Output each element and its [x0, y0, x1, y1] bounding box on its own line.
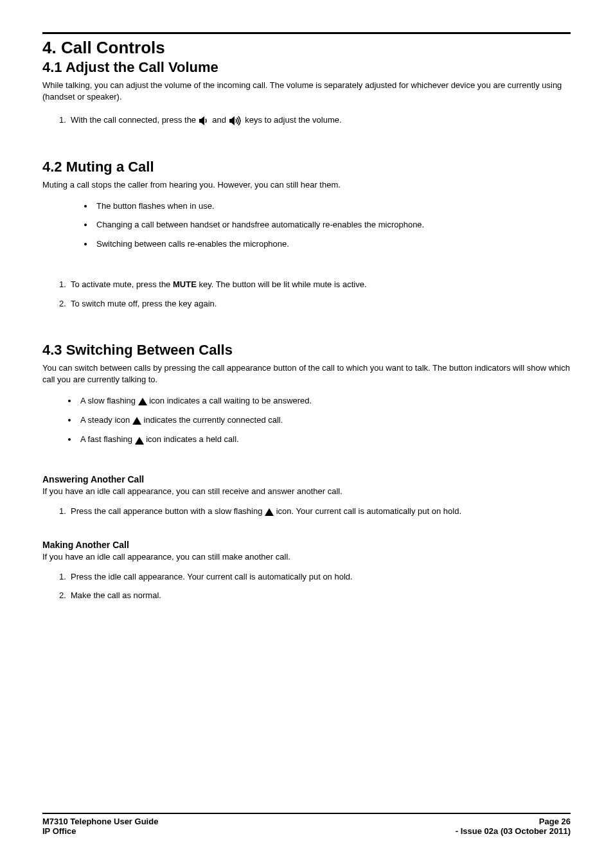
making-intro: If you have an idle call appearance, you…: [42, 551, 571, 563]
step-2-text: To switch mute off, press the key again.: [71, 299, 217, 308]
step-1: 1. Press the call apperance button with …: [62, 505, 571, 518]
triangle-icon: [135, 434, 144, 447]
step-1-text: Press the idle call appearance. Your cur…: [71, 572, 353, 581]
answering-steps: 1. Press the call apperance button with …: [42, 505, 571, 524]
bullet-text-post: icon indicates a call waiting to be answ…: [149, 396, 312, 405]
bullet-text-pre: A steady icon: [80, 415, 132, 425]
step-1: 1. Press the idle call appearance. Your …: [62, 571, 571, 583]
bullet-text-pre: A slow flashing: [80, 396, 138, 405]
triangle-icon: [265, 506, 274, 518]
step-1-text-post: key. The button will be lit while mute i…: [197, 279, 367, 289]
step-2: 2. To switch mute off, press the key aga…: [62, 297, 571, 310]
bullet-item: The button flashes when in use.: [94, 200, 571, 213]
subsection-4-2-intro: Muting a call stops the caller from hear…: [42, 179, 571, 191]
subsection-4-2-steps: 1. To activate mute, press the MUTE key.…: [42, 278, 571, 316]
volume-down-icon: [199, 114, 210, 127]
bullet-item: A fast flashing icon indicates a held ca…: [78, 433, 571, 446]
volume-up-icon: [229, 114, 243, 127]
step-1-text-pre: Press the call apperance button with a s…: [71, 506, 265, 516]
subsection-4-3-intro: You can switch between calls by pressing…: [42, 362, 571, 385]
section-heading: 4. Call Controls: [42, 38, 571, 58]
step-2-text: Make the call as normal.: [71, 590, 161, 600]
footer-page-number: Page 26: [539, 817, 571, 826]
bullet-text-post: indicates the currently connected call.: [144, 415, 283, 425]
triangle-icon: [132, 414, 141, 427]
bullet-text-post: icon indicates a held call.: [146, 434, 239, 444]
footer-issue-date: - Issue 02a (03 October 2011): [456, 826, 571, 836]
subsection-4-1-intro: While talking, you can adjust the volume…: [42, 80, 571, 102]
step-1: 1. With the call connected, press the an…: [62, 114, 571, 127]
step-1-text-post: icon. Your current call is automatically…: [276, 506, 461, 516]
footer-product: IP Office: [42, 826, 76, 836]
step-1-text-post: keys to adjust the volume.: [245, 115, 341, 125]
step-1-text-mid: and: [212, 115, 228, 125]
bullet-text-pre: A fast flashing: [80, 434, 135, 444]
mute-key-label: MUTE: [173, 279, 197, 289]
subsection-4-2-bullets: The button flashes when in use. Changing…: [42, 200, 571, 257]
bullet-item: Changing a call between handset or hands…: [94, 218, 571, 231]
triangle-icon: [138, 394, 147, 407]
step-1-text-pre: To activate mute, press the: [71, 279, 173, 289]
making-steps: 1. Press the idle call appearance. Your …: [42, 571, 571, 608]
answering-intro: If you have an idle call appearance, you…: [42, 486, 571, 497]
subsection-4-1-steps: 1. With the call connected, press the an…: [42, 114, 571, 133]
section-title: Call Controls: [61, 38, 165, 57]
subsection-4-3-heading: 4.3 Switching Between Calls: [42, 342, 571, 359]
subsection-4-1-heading: 4.1 Adjust the Call Volume: [42, 59, 571, 76]
step-1-text-pre: With the call connected, press the: [71, 115, 199, 125]
bullet-item: A slow flashing icon indicates a call wa…: [78, 394, 571, 407]
footer-doc-title: M7310 Telephone User Guide: [42, 817, 158, 826]
section-number: 4.: [42, 38, 57, 57]
subsection-4-3-bullets: A slow flashing icon indicates a call wa…: [42, 394, 571, 453]
step-2: 2. Make the call as normal.: [62, 589, 571, 602]
making-heading: Making Another Call: [42, 540, 571, 550]
step-1: 1. To activate mute, press the MUTE key.…: [62, 278, 571, 291]
page-footer: M7310 Telephone User Guide Page 26 IP Of…: [42, 813, 571, 836]
subsection-4-2-heading: 4.2 Muting a Call: [42, 159, 571, 175]
bullet-item: A steady icon indicates the currently co…: [78, 414, 571, 427]
bullet-item: Switching between calls re-enables the m…: [94, 238, 571, 251]
answering-heading: Answering Another Call: [42, 474, 571, 484]
